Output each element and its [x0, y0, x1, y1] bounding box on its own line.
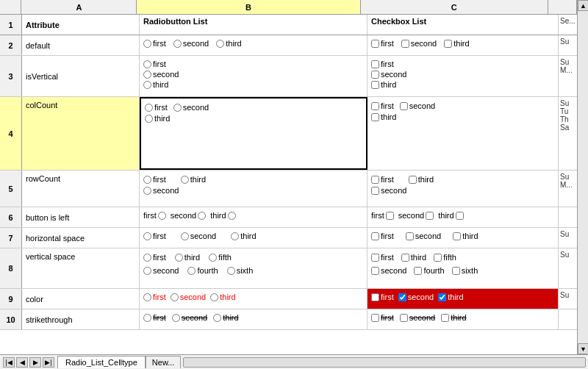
checkbox-item[interactable]: first: [371, 232, 394, 240]
new-sheet-button[interactable]: New...: [146, 356, 182, 368]
horizontal-scrollbar[interactable]: [183, 357, 586, 368]
checkbox-item[interactable]: second: [371, 186, 406, 195]
spreadsheet-container: A B C 1 Attribute Radiobutton List Check…: [0, 0, 588, 369]
row-number: 10: [0, 309, 22, 329]
cell-7c: first second third: [368, 228, 559, 248]
checkbox-item[interactable]: first: [371, 253, 394, 262]
radio-item[interactable]: second: [171, 293, 206, 301]
table-row: 3 isVertical first second third first se…: [0, 56, 577, 97]
tab-prev-button[interactable]: ◀: [16, 357, 28, 368]
radio-item[interactable]: first: [143, 60, 179, 68]
cell-9c: first second third: [368, 289, 559, 309]
radio-item[interactable]: first: [143, 39, 166, 48]
checkbox-item[interactable]: second: [406, 232, 441, 240]
radio-item[interactable]: fifth: [209, 253, 232, 262]
checkbox-item[interactable]: third: [409, 175, 434, 184]
radio-item[interactable]: fourth: [187, 266, 218, 275]
radio-item[interactable]: sixth: [227, 266, 254, 275]
cell-1c: Checkbox List: [368, 15, 559, 35]
radio-item[interactable]: third: [175, 253, 200, 262]
checkbox-item[interactable]: second: [398, 211, 434, 220]
checkbox-item[interactable]: fifth: [434, 253, 456, 262]
cell-7a: horizontal space: [22, 228, 140, 248]
scroll-down-button[interactable]: ▼: [578, 343, 588, 354]
row-number: 3: [0, 56, 22, 96]
checkbox-item[interactable]: second: [400, 101, 435, 110]
vertical-scrollbar: ▲ ▼: [577, 0, 588, 354]
radio-item[interactable]: first: [143, 211, 166, 220]
scroll-up-button[interactable]: ▲: [578, 0, 588, 11]
radio-item[interactable]: third: [231, 232, 256, 240]
radio-item[interactable]: second: [143, 186, 179, 195]
cell-9a: color: [22, 289, 140, 309]
checkbox-item[interactable]: third: [453, 232, 478, 240]
radio-item[interactable]: second: [181, 232, 216, 240]
cell-2a: default: [22, 35, 140, 55]
checkbox-item[interactable]: fourth: [414, 266, 444, 275]
radio-item[interactable]: second: [143, 70, 179, 79]
cell-6a: button is left: [22, 207, 140, 227]
radio-item[interactable]: first: [143, 253, 166, 262]
radio-item[interactable]: second: [173, 39, 209, 48]
table-row: 4 colCount first second third first seco…: [0, 97, 577, 171]
radio-item[interactable]: third: [210, 293, 235, 301]
checkbox-item[interactable]: third: [371, 80, 406, 89]
radio-item[interactable]: second: [172, 313, 207, 322]
checkbox-item[interactable]: first: [371, 101, 394, 110]
tab-next-button[interactable]: ▶: [29, 357, 41, 368]
tab-last-button[interactable]: ▶|: [43, 357, 54, 368]
table-row: 9 color first second third first second …: [0, 289, 577, 309]
radio-item[interactable]: first: [143, 313, 166, 322]
cell-3c: first second third: [368, 56, 559, 96]
checkbox-item[interactable]: third: [441, 313, 466, 322]
checkbox-item[interactable]: third: [444, 39, 469, 48]
sheet-tab[interactable]: Radio_List_Celltype: [57, 356, 146, 368]
row-number: 1: [0, 15, 22, 35]
cell-6b: first second third: [140, 207, 368, 227]
checkbox-item[interactable]: third: [371, 112, 396, 121]
cell-8b: first third fifth second fourth sixth: [140, 248, 368, 288]
radio-item[interactable]: third: [210, 211, 235, 220]
checkbox-item[interactable]: second: [398, 293, 434, 301]
tab-first-button[interactable]: |◀: [3, 357, 15, 368]
radio-item[interactable]: third: [213, 313, 238, 322]
checkbox-item[interactable]: first: [371, 39, 394, 48]
radio-item[interactable]: third: [145, 114, 170, 123]
checkbox-item[interactable]: first: [371, 60, 406, 68]
checkbox-item[interactable]: third: [401, 253, 426, 262]
row-number: 7: [0, 228, 22, 248]
scroll-track[interactable]: [578, 11, 588, 343]
checkbox-item[interactable]: first: [371, 313, 394, 322]
cell-4c: first second third: [368, 97, 559, 170]
cell-8a: vertical space: [22, 248, 140, 288]
checkbox-item[interactable]: second: [400, 313, 435, 322]
checkbox-item[interactable]: second: [401, 39, 437, 48]
radio-item[interactable]: third: [181, 175, 206, 184]
checkbox-item[interactable]: second: [371, 266, 406, 275]
radio-item[interactable]: second: [173, 103, 209, 112]
checkbox-item[interactable]: first: [371, 293, 394, 301]
row-number: 5: [0, 171, 22, 207]
radio-item[interactable]: third: [216, 39, 241, 48]
radio-item[interactable]: second: [171, 211, 206, 220]
radio-item[interactable]: first: [145, 103, 168, 112]
table-row: 10 strikethrough first second third firs…: [0, 309, 577, 330]
cell-2c: first second third: [368, 35, 559, 55]
radio-item[interactable]: first: [143, 293, 166, 301]
checkbox-item[interactable]: second: [371, 70, 406, 79]
cell-1b: Radiobutton List: [140, 15, 368, 35]
radio-item[interactable]: third: [143, 80, 179, 89]
radio-item[interactable]: second: [143, 266, 179, 275]
checkbox-item[interactable]: first: [371, 175, 394, 184]
radio-item[interactable]: first: [143, 232, 166, 240]
table-row: 1 Attribute Radiobutton List Checkbox Li…: [0, 15, 577, 35]
row-number: 2: [0, 35, 22, 55]
radio-item[interactable]: first: [143, 175, 166, 184]
col-header-a: A: [21, 0, 137, 14]
cell-10b: first second third: [140, 309, 368, 329]
checkbox-item[interactable]: first: [371, 211, 394, 220]
checkbox-item[interactable]: sixth: [452, 266, 478, 275]
checkbox-item[interactable]: third: [438, 293, 463, 301]
checkbox-item[interactable]: third: [438, 211, 463, 220]
table-row: 8 vertical space first third fifth secon…: [0, 248, 577, 289]
